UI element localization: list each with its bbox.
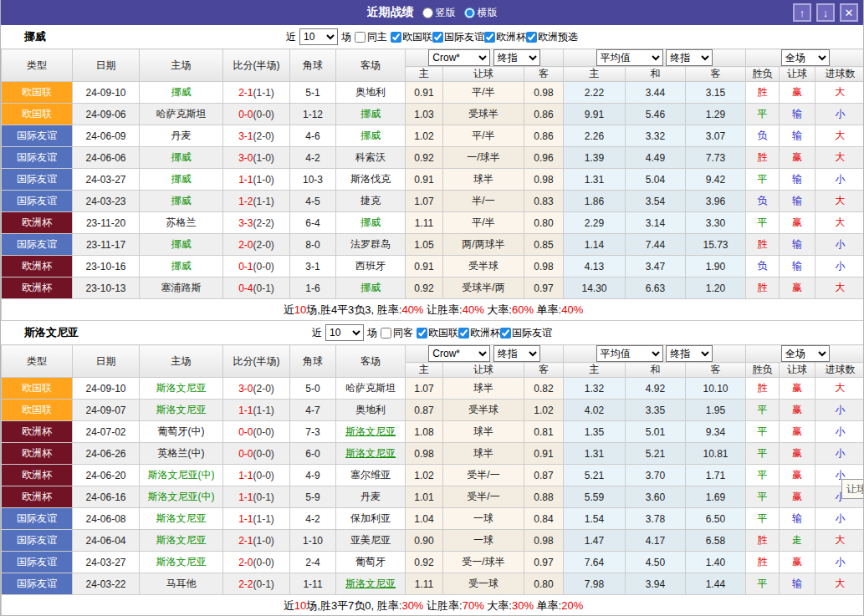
over-under-result: 大 <box>815 378 864 400</box>
col-handicap-result: 让球 <box>780 67 815 82</box>
home-odds: 1.02 <box>406 465 443 486</box>
win-draw-loss: 胜 <box>746 234 780 256</box>
team-title: 挪威 <box>24 29 46 44</box>
layout-vertical-option[interactable]: 竖版 <box>422 6 456 20</box>
league-filter[interactable]: 欧洲预选 <box>526 30 578 44</box>
away-team: 奥地利 <box>336 82 406 104</box>
col-avg-draw: 和 <box>626 67 686 82</box>
match-row: 欧洲杯24-06-26英格兰(中)0-0(0-0)6-0斯洛文尼亚0.98球半0… <box>2 443 864 465</box>
fulltime-select[interactable]: 全场 <box>781 345 830 362</box>
league-checkbox[interactable] <box>500 328 511 339</box>
recent-count-select[interactable]: 10 <box>325 324 364 341</box>
same-home-filter[interactable]: 同主 <box>355 30 387 44</box>
same-away-checkbox[interactable] <box>381 328 391 339</box>
league-filter[interactable]: 欧洲杯 <box>458 326 500 340</box>
match-row: 国际友谊24-06-06挪威3-0(1-0)4-2科索沃0.92一/球半0.96… <box>2 147 864 169</box>
home-odds: 0.92 <box>406 277 443 299</box>
filter-bar: 近 10 场 同主 欧国联国际友谊欧洲杯欧洲预选 <box>286 28 578 45</box>
move-up-button[interactable]: ↑ <box>793 3 811 22</box>
over-under-result: 小 <box>815 443 864 465</box>
away-odds: 0.97 <box>524 552 564 573</box>
match-row: 国际友谊24-03-27斯洛文尼亚2-0(0-0)2-4葡萄牙0.92受一/球半… <box>2 552 864 573</box>
league-filter[interactable]: 国际友谊 <box>432 30 484 44</box>
team-name-text: 哈萨克斯坦 <box>345 382 396 394</box>
league-filter[interactable]: 国际友谊 <box>500 326 552 340</box>
average-select[interactable]: 平均值 <box>596 345 663 362</box>
handicap-result: 赢 <box>780 465 815 486</box>
avg-away-odds: 7.73 <box>686 147 746 169</box>
col-home: 主场 <box>140 49 223 82</box>
team-title: 斯洛文尼亚 <box>24 325 79 340</box>
win-draw-loss: 胜 <box>746 378 780 400</box>
match-date: 24-03-23 <box>73 191 140 212</box>
vertical-radio[interactable] <box>422 8 433 18</box>
match-date: 24-06-06 <box>73 147 140 169</box>
away-odds: 0.98 <box>524 530 564 552</box>
fulltime-score: 3-1 <box>238 130 253 142</box>
recent-label: 近 <box>286 30 296 44</box>
average-select[interactable]: 平均值 <box>596 49 663 66</box>
handicap-result: 赢 <box>780 421 815 443</box>
col-avg-home: 主 <box>564 67 626 82</box>
corner-count: 1-12 <box>290 104 336 125</box>
handicap-line: 受一/球半 <box>443 552 524 573</box>
league-filter[interactable]: 欧国联 <box>417 326 458 340</box>
move-down-button[interactable]: ↓ <box>816 3 835 22</box>
away-odds: 0.85 <box>524 234 564 256</box>
games-label: 场 <box>367 326 377 340</box>
handicap-result: 赢 <box>780 552 815 573</box>
league-filter[interactable]: 欧国联 <box>391 30 432 44</box>
handicap-line: 平/半 <box>443 212 524 234</box>
league-checkbox[interactable] <box>526 32 537 43</box>
away-team: 挪威 <box>336 212 406 234</box>
recent-count-select[interactable]: 10 <box>299 28 338 45</box>
home-odds: 1.11 <box>406 573 443 595</box>
away-odds: 0.86 <box>524 125 564 147</box>
league-checkbox[interactable] <box>391 32 401 43</box>
bookmaker-select[interactable]: Crow* <box>428 345 490 362</box>
fulltime-select[interactable]: 全场 <box>781 49 830 66</box>
close-button[interactable]: ✕ <box>840 3 858 22</box>
final-average-select[interactable]: 终指 <box>666 49 713 66</box>
avg-away-odds: 1.20 <box>686 277 746 299</box>
score-cell: 2-0(2-0) <box>223 234 290 256</box>
final-odds-select[interactable]: 终指 <box>493 345 540 362</box>
over-under-result: 小 <box>815 169 864 191</box>
handicap-result: 赢 <box>780 443 815 465</box>
home-odds: 1.08 <box>406 421 443 443</box>
col-type: 类型 <box>2 345 73 378</box>
avg-away-odds: 3.15 <box>686 82 746 104</box>
league-checkbox[interactable] <box>484 32 495 43</box>
team-name-text: 斯洛文尼亚 <box>345 425 396 437</box>
league-checkbox[interactable] <box>458 328 469 339</box>
home-team: 挪威 <box>140 147 223 169</box>
over-under-result: 小 <box>815 508 864 530</box>
match-row: 欧洲杯24-06-20斯洛文尼亚(中)1-1(0-0)4-9塞尔维亚1.02受半… <box>2 465 864 486</box>
horizontal-radio[interactable] <box>464 8 475 18</box>
avg-away-odds: 10.10 <box>686 378 746 400</box>
league-label: 欧国联 <box>402 30 432 44</box>
league-label: 欧洲杯 <box>470 326 500 340</box>
bookmaker-select[interactable]: Crow* <box>428 49 490 66</box>
home-odds: 1.02 <box>406 125 443 147</box>
win-draw-loss: 平 <box>746 573 780 595</box>
col-odds-away: 客 <box>524 67 564 82</box>
corner-count: 4-2 <box>290 508 336 530</box>
league-checkbox[interactable] <box>432 32 443 43</box>
corner-count: 1-11 <box>290 573 336 595</box>
avg-draw-odds: 3.32 <box>626 125 686 147</box>
fulltime-score: 1-1 <box>238 174 253 186</box>
away-team: 斯洛伐克 <box>336 169 406 191</box>
league-filter[interactable]: 欧洲杯 <box>484 30 526 44</box>
col-away: 客场 <box>336 49 406 82</box>
final-odds-select[interactable]: 终指 <box>493 49 540 66</box>
layout-horizontal-option[interactable]: 横版 <box>464 6 498 20</box>
same-away-filter[interactable]: 同客 <box>381 326 413 340</box>
fulltime-score: 1-1 <box>238 513 253 525</box>
avg-draw-odds: 6.63 <box>626 277 686 299</box>
corner-count: 5-1 <box>290 82 336 104</box>
final-average-select[interactable]: 终指 <box>666 345 713 362</box>
league-checkbox[interactable] <box>417 328 427 339</box>
avg-home-odds: 2.26 <box>564 125 626 147</box>
same-home-checkbox[interactable] <box>355 32 366 43</box>
